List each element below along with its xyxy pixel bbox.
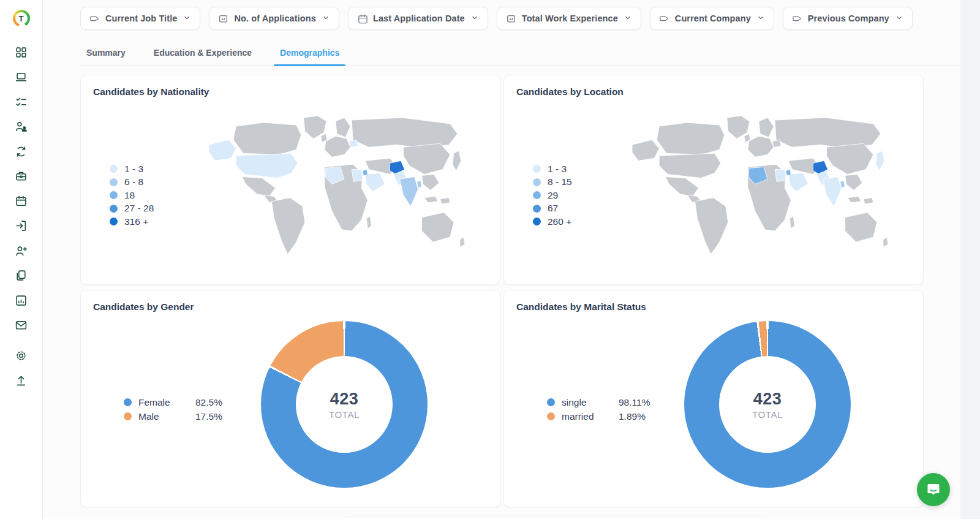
legend-color-dot [533, 178, 541, 186]
legend-color-dot [124, 412, 132, 420]
legend-color-dot [110, 218, 118, 225]
legend-label: 8 - 15 [548, 176, 572, 188]
card-title: Candidates by Location [516, 86, 911, 97]
tag-icon [659, 13, 669, 24]
card-candidates-by-gender: Candidates by Gender Female82.5%Male17.5… [80, 290, 500, 507]
legend-label: 316 + [124, 216, 148, 227]
legend-color-dot [110, 191, 118, 199]
main-content: Current Job Title12No. of ApplicationsLa… [43, 0, 960, 507]
legend-label: married [562, 411, 612, 422]
donut-legend-item-married[interactable]: married1.89% [547, 409, 650, 423]
filter-chip-current-job-title[interactable]: Current Job Title [80, 7, 200, 30]
number-icon: 12 [506, 13, 516, 24]
upload-icon [15, 374, 28, 387]
map-legend-item[interactable]: 18 [110, 189, 200, 202]
sidebar-item-checklist[interactable] [10, 90, 33, 113]
tab-summary[interactable]: Summary [80, 48, 132, 66]
tab-education-experience[interactable]: Education & Experience [148, 48, 258, 66]
chat-launcher-button[interactable] [917, 473, 950, 506]
map-legend-item[interactable]: 67 [533, 202, 624, 215]
donut-legend: Female82.5%Male17.5% [124, 395, 222, 423]
world-map[interactable] [205, 114, 470, 262]
app-logo[interactable]: T [13, 10, 30, 27]
filter-chip-label: Total Work Experience [522, 13, 618, 23]
scroll-gutter [960, 0, 980, 519]
legend-color-dot [533, 218, 541, 225]
donut-chart-area: Female82.5%Male17.5% 423 TOTAL [93, 313, 488, 496]
sidebar-item-mail[interactable] [10, 314, 33, 337]
sidebar-item-copy[interactable] [10, 264, 33, 287]
legend-value: 98.11% [619, 397, 650, 408]
card-candidates-by-location: Candidates by Location 1 - 38 - 15296726… [503, 75, 924, 285]
dashboard-icon [15, 46, 28, 59]
marital-status-donut-chart[interactable]: 423 TOTAL [684, 321, 851, 488]
svg-text:12: 12 [222, 17, 225, 20]
candidate-icon [15, 120, 28, 133]
calendar-icon [15, 195, 28, 208]
sidebar: T [0, 0, 43, 519]
gender-donut-chart[interactable]: 423 TOTAL [261, 321, 428, 488]
map-legend-item[interactable]: 1 - 3 [110, 162, 200, 176]
map-legend-item[interactable]: 6 - 8 [110, 175, 200, 189]
world-map[interactable] [628, 114, 893, 262]
donut-legend: single98.11%married1.89% [547, 395, 650, 423]
sidebar-item-person-add[interactable] [10, 239, 33, 262]
filter-chip-last-application-date[interactable]: Last Application Date [348, 7, 488, 30]
filter-chip-no-of-applications[interactable]: 12No. of Applications [209, 7, 339, 30]
legend-color-dot [110, 178, 118, 186]
location-map[interactable] [628, 114, 893, 262]
filter-chip-label: Current Job Title [105, 13, 177, 23]
tab-demographics[interactable]: Demographics [274, 48, 345, 66]
tag-icon [89, 13, 100, 24]
map-legend-item[interactable]: 316 + [110, 215, 200, 229]
sidebar-item-dashboard[interactable] [10, 40, 33, 64]
map-legend-item[interactable]: 29 [533, 189, 624, 202]
map-legend-item[interactable]: 27 - 28 [110, 202, 200, 215]
sidebar-item-upload[interactable] [10, 369, 33, 392]
map-legend-item[interactable]: 8 - 15 [533, 175, 624, 189]
legend-value: 82.5% [195, 397, 222, 408]
filter-chip-current-company[interactable]: Current Company [650, 7, 774, 30]
copy-icon [15, 269, 28, 282]
mail-icon [15, 319, 28, 331]
number-icon: 12 [218, 13, 228, 24]
chevron-down-icon [183, 13, 191, 22]
calendar-icon [357, 13, 368, 24]
sync-icon [15, 145, 28, 158]
map-legend: 1 - 36 - 81827 - 28316 + [110, 162, 200, 229]
donut-legend-item-male[interactable]: Male17.5% [124, 409, 222, 423]
sidebar-item-briefcase[interactable] [10, 165, 33, 188]
map-legend-item[interactable]: 1 - 3 [533, 162, 624, 176]
filter-chip-total-work-experience[interactable]: 12Total Work Experience [497, 7, 641, 30]
filter-chip-previous-company[interactable]: Previous Company [783, 7, 913, 30]
charts-grid: Candidates by Nationality 1 - 36 - 81827… [80, 75, 924, 507]
sidebar-item-analytics[interactable] [10, 289, 33, 312]
total-value: 423 [753, 390, 782, 409]
map-legend-item[interactable]: 260 + [533, 215, 624, 229]
legend-color-dot [124, 398, 132, 406]
nationality-map[interactable] [205, 114, 470, 262]
sidebar-item-sync[interactable] [10, 140, 33, 163]
donut-legend-item-female[interactable]: Female82.5% [124, 395, 222, 409]
legend-label: single [562, 397, 612, 408]
legend-label: 29 [548, 190, 558, 201]
chevron-down-icon [895, 13, 903, 24]
filter-chip-label: No. of Applications [234, 13, 315, 23]
card-title: Candidates by Gender [93, 301, 488, 313]
sidebar-item-laptop[interactable] [10, 66, 33, 89]
sidebar-item-settings[interactable] [10, 344, 33, 367]
chevron-down-icon [183, 13, 191, 24]
legend-label: 260 + [548, 216, 571, 227]
donut-chart-area: single98.11%married1.89% 423 TOTAL [516, 313, 911, 496]
card-candidates-by-nationality: Candidates by Nationality 1 - 36 - 81827… [80, 75, 500, 285]
sidebar-item-signin[interactable] [10, 214, 33, 238]
sidebar-item-candidate[interactable] [10, 115, 33, 138]
total-value: 423 [330, 390, 359, 409]
sidebar-item-calendar[interactable] [10, 189, 33, 213]
tag-icon [792, 13, 802, 24]
legend-label: Female [138, 397, 189, 408]
donut-center: 423 TOTAL [719, 356, 816, 453]
charts-row-1: Candidates by Nationality 1 - 36 - 81827… [80, 75, 924, 285]
donut-legend-item-single[interactable]: single98.11% [547, 395, 650, 409]
legend-color-dot [533, 165, 541, 173]
